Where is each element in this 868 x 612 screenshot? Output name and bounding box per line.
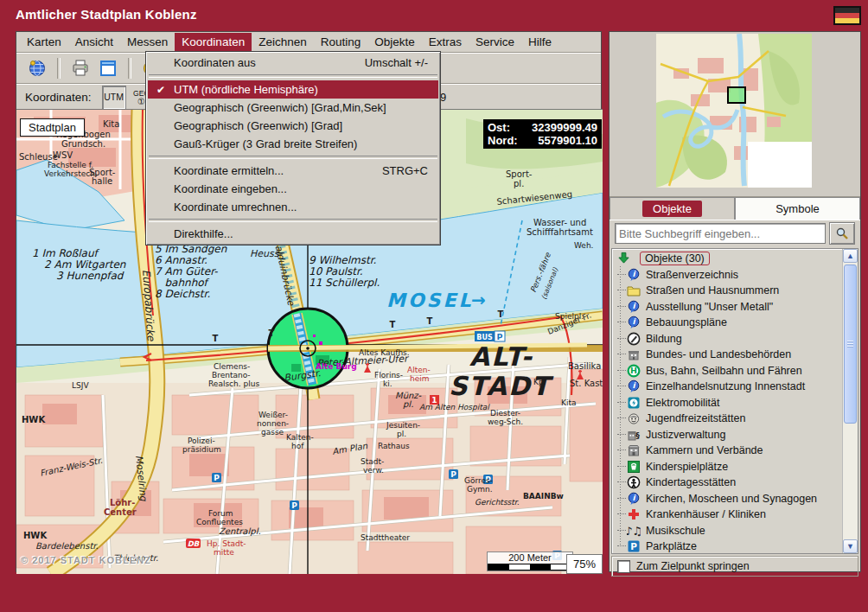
menu-option[interactable]: Geographisch (Greenwich) [Grad] — [148, 117, 438, 135]
tree-item[interactable]: iBebauungspläne — [617, 315, 843, 331]
map-label: Gerichtsstr. — [475, 498, 520, 507]
zoom-level-indicator: 75% — [566, 554, 603, 574]
menu-separator — [149, 156, 437, 159]
menu-option-label: UTM (nördliche Hemisphäre) — [174, 83, 438, 96]
tree-item[interactable]: ♪♫Musikschule — [617, 523, 843, 539]
parking-marker-icon: P — [449, 469, 458, 479]
music-icon: ♪♫ — [627, 524, 641, 538]
map-label: Zentralpl. — [219, 526, 261, 537]
coordinate-readout: Ost:32399999.49 Nord:5579901.10 — [483, 119, 602, 149]
toolbar-separator — [128, 58, 131, 79]
tree-item[interactable]: iStraßenverzeichnis — [617, 267, 843, 284]
tree-item[interactable]: Kinderspielplätze — [617, 459, 843, 475]
map-label: ki. — [383, 379, 393, 388]
tree-item[interactable]: Krankenhäuser / Kliniken — [617, 507, 843, 523]
overview-extent-box — [728, 87, 745, 103]
menu-item-koordinaten[interactable]: Koordinaten — [175, 33, 252, 51]
tree-item[interactable]: §Justizverwaltung — [617, 427, 843, 443]
menu-item-service[interactable]: Service — [469, 33, 521, 51]
menu-option[interactable]: Koordinate eingeben... — [148, 180, 438, 198]
menu-option[interactable]: Koordinaten ausUmschalt +/- — [148, 54, 438, 72]
search-input[interactable] — [615, 223, 826, 244]
map-label: Polizei- — [188, 437, 215, 445]
map-label: mitte — [214, 548, 234, 557]
jump-to-target-checkbox[interactable] — [617, 560, 630, 573]
tree-item-label: Parkplätze — [646, 540, 697, 552]
map-label: gasse — [261, 428, 284, 437]
parking-marker-icon: P — [290, 500, 299, 510]
map-label: Alte Burg — [316, 362, 357, 371]
menu-item-messen[interactable]: Messen — [120, 33, 175, 51]
object-tree-container: Objekte (30)iStraßenverzeichnisStraßen u… — [611, 248, 858, 554]
tree-item-label: Straßenverzeichnis — [646, 269, 738, 281]
coordsys-button-utm[interactable]: UTM — [102, 86, 126, 110]
tree-item[interactable]: iEinzelhandelsnutzung Innenstadt — [617, 379, 843, 395]
print-icon[interactable] — [69, 57, 92, 80]
menu-option[interactable]: Koordinate umrechnen... — [148, 198, 438, 216]
transit-icon: H — [627, 364, 641, 378]
map-theme-label[interactable]: Stadtplan — [20, 118, 85, 137]
menu-item-karten[interactable]: Karten — [20, 33, 68, 51]
panel-tabs: Objekte Symbole — [610, 197, 860, 220]
menu-option[interactable]: Direkthilfe... — [148, 225, 438, 243]
koordinaten-menu: Koordinaten ausUmschalt +/-✔UTM (nördlic… — [145, 51, 441, 245]
overview-map[interactable] — [610, 32, 860, 197]
tree-item-label: Einzelhandelsnutzung Innenstadt — [646, 380, 805, 392]
search-button[interactable] — [829, 222, 855, 245]
svg-text:H: H — [630, 366, 637, 375]
map-label: hof — [291, 442, 304, 450]
tree-item[interactable]: iAusstellung "Unser Metall" — [617, 299, 843, 316]
menu-item-hilfe[interactable]: Hilfe — [521, 33, 558, 51]
map-label: heim — [410, 374, 430, 383]
tree-item[interactable]: Kindertagesstätten — [617, 475, 843, 491]
tree-item[interactable]: PParkplätze — [617, 539, 843, 554]
menu-item-routing[interactable]: Routing — [314, 33, 368, 51]
tab-objekte[interactable]: Objekte — [610, 197, 735, 220]
tree-item[interactable]: Jugendfreizeitstätten — [617, 411, 843, 427]
street-index-list: 1 Im Roßlauf2 Am Witgarten3 Hunenpfad — [32, 248, 125, 282]
tree-item[interactable]: Kammern und Verbände — [617, 443, 843, 459]
scroll-down-button[interactable]: ▼ — [843, 539, 858, 553]
german-flag-icon[interactable] — [833, 6, 861, 25]
map-label: präsidium — [182, 445, 221, 454]
tree-item-label: Ausstellung "Unser Metall" — [646, 301, 773, 313]
svg-text:BUS: BUS — [476, 334, 493, 341]
menu-option[interactable]: Koordinate ermitteln...STRG+C — [148, 162, 438, 180]
tree-item[interactable]: Elektromobilität — [617, 395, 843, 411]
menu-item-zeichnen[interactable]: Zeichnen — [252, 33, 314, 51]
root-arrow-icon — [617, 252, 632, 265]
tree-item[interactable]: Bildung — [617, 331, 843, 347]
menu-option-label: Direkthilfe... — [174, 227, 438, 240]
menu-item-extras[interactable]: Extras — [422, 33, 469, 51]
map-label: Stadttheater — [361, 533, 410, 542]
app-root: { "app": { "title": "Amtlicher Stadtplan… — [0, 0, 868, 612]
justice-icon: § — [627, 428, 641, 442]
menu-option-label: Koordinate ermitteln... — [174, 164, 382, 177]
tree-scrollbar[interactable]: ▲ ▼ — [842, 249, 858, 553]
scroll-up-button[interactable]: ▲ — [843, 249, 858, 263]
overview-map-image[interactable] — [656, 34, 812, 188]
map-label: Florins- — [374, 371, 403, 379]
menu-option[interactable]: Geographisch (Greenwich) [Grad,Min,Sek] — [148, 99, 438, 117]
tree-item[interactable]: Bundes- und Landesbehörden — [617, 347, 843, 363]
new-window-icon[interactable] — [97, 57, 119, 80]
edu-icon — [627, 332, 641, 346]
map-label: MOSEL — [386, 290, 474, 311]
map-label: Alten- — [407, 366, 431, 374]
flood-gauge-marker: T — [213, 334, 219, 343]
menu-item-objekte[interactable]: Objekte — [367, 33, 422, 51]
map-label: Am Alten Hospital — [419, 403, 490, 411]
menu-option[interactable]: ✔UTM (nördliche Hemisphäre) — [148, 80, 438, 99]
menu-option-label: Koordinaten aus — [174, 56, 365, 69]
scrollbar-thumb[interactable] — [844, 265, 857, 424]
tree-root[interactable]: Objekte (30) — [617, 251, 843, 267]
kita-icon — [627, 475, 641, 489]
tree-item[interactable]: iKirchen, Moscheen und Synagogen — [617, 491, 843, 507]
tab-symbole[interactable]: Symbole — [735, 197, 860, 220]
tree-item[interactable]: Straßen und Hausnummern — [617, 283, 843, 299]
map-label: halle — [92, 176, 112, 186]
tree-item[interactable]: HBus, Bahn, Seilbahn und Fähren — [617, 363, 843, 379]
globe-info-icon[interactable] — [26, 57, 48, 80]
menu-option[interactable]: Gauß-Krüger (3 Grad breite Streifen) — [148, 135, 438, 153]
menu-item-ansicht[interactable]: Ansicht — [68, 33, 120, 51]
